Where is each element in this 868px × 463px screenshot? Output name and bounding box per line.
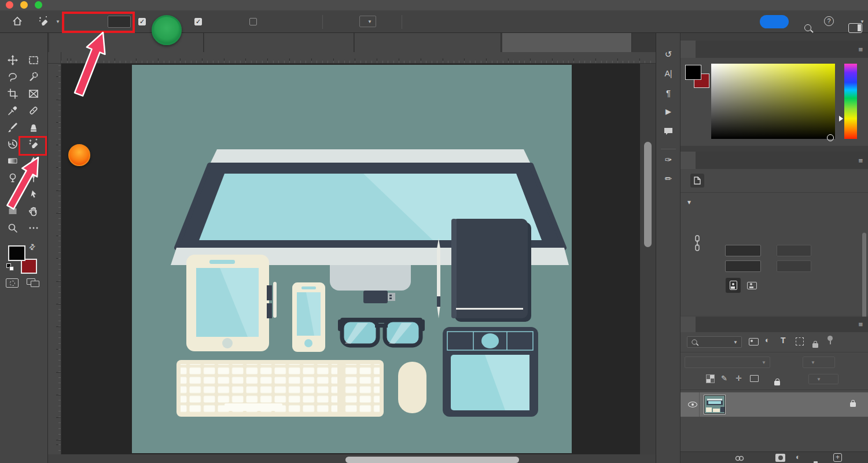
canvas-section-chevron-icon[interactable]: ▼ [686, 199, 692, 205]
edit-toolbar-icon[interactable] [25, 220, 42, 236]
magic-eraser-tool-preset-icon[interactable] [37, 16, 50, 30]
help-icon[interactable]: ? [824, 16, 834, 26]
character-panel-icon[interactable]: A| [656, 69, 681, 78]
fill-dropdown[interactable]: ▼ [808, 374, 838, 384]
quick-selection-tool[interactable] [25, 69, 42, 84]
minimize-window-button[interactable] [20, 1, 28, 9]
canvas-x-input[interactable] [777, 245, 811, 256]
lasso-tool[interactable] [5, 69, 21, 84]
document-tab[interactable] [204, 33, 354, 52]
filter-smart-objects-icon[interactable] [812, 343, 818, 348]
layer-visibility-icon[interactable] [688, 402, 697, 407]
orientation-portrait-button[interactable] [726, 278, 741, 293]
canvas-width-input[interactable] [725, 245, 761, 256]
layers-panel-footer: ◐ + [681, 451, 868, 463]
brush-tool[interactable] [5, 119, 21, 135]
link-dimensions-icon[interactable] [694, 234, 701, 254]
clone-stamp-tool[interactable] [25, 119, 42, 135]
crop-tool[interactable] [5, 86, 21, 101]
panel-menu-icon[interactable]: ≡ [858, 41, 868, 58]
layer-lock-icon[interactable] [850, 402, 856, 407]
add-mask-icon[interactable] [775, 454, 785, 462]
tab-swatches[interactable] [696, 41, 711, 58]
tab-libraries[interactable] [711, 152, 726, 169]
history-panel-icon[interactable]: ↺ [656, 49, 681, 60]
blend-mode-dropdown[interactable]: ▼ [685, 357, 770, 368]
rectangular-marquee-tool[interactable] [25, 52, 42, 68]
annotation-arrow-to-eraser [5, 154, 45, 212]
canvas-height-input[interactable] [725, 260, 761, 272]
paragraph-panel-icon[interactable]: ¶ [656, 88, 681, 98]
brush-settings-panel-icon[interactable]: ✑ [656, 155, 681, 165]
maximize-window-button[interactable] [35, 1, 42, 9]
annotation-arrow-to-tolerance [62, 30, 115, 105]
hue-slider[interactable] [844, 64, 857, 139]
vertical-scrollbar-thumb[interactable] [644, 142, 652, 247]
close-window-button[interactable] [6, 1, 13, 9]
actions-panel-icon[interactable]: ▶ [656, 107, 681, 116]
foreground-color-swatch[interactable] [685, 65, 701, 80]
healing-brush-tool[interactable] [25, 102, 42, 118]
eyedropper-tool[interactable] [5, 102, 21, 118]
adjustment-layer-icon[interactable]: ◐ [796, 453, 800, 461]
filter-pin-icon[interactable] [827, 336, 833, 344]
layer-filter-dropdown[interactable]: ▼ [687, 336, 742, 348]
document-tab-active[interactable] [502, 33, 632, 52]
filter-shape-layers-icon[interactable] [796, 337, 804, 346]
foreground-color-swatch[interactable] [8, 245, 25, 261]
lock-transparency-icon[interactable] [706, 374, 715, 383]
swap-colors-icon[interactable]: ⇄ [27, 241, 37, 252]
tab-patterns[interactable] [726, 41, 741, 58]
new-layer-icon[interactable]: + [833, 453, 842, 462]
sample-all-layers-checkbox[interactable]: ✓ [249, 18, 257, 25]
canvas-y-input[interactable] [777, 260, 811, 272]
workspace-switcher-icon[interactable] [848, 23, 862, 33]
layers-panel-body: ▼ ◐ T ▼ ▼ ✎ ✛ ▼ [681, 332, 868, 463]
filter-adjustment-layers-icon[interactable]: ◐ [765, 336, 770, 344]
tab-gradients[interactable] [711, 41, 726, 58]
panel-menu-icon[interactable]: ≡ [858, 317, 868, 332]
lock-artboard-icon[interactable] [750, 375, 759, 382]
brushes-panel-icon[interactable]: ✏ [656, 174, 681, 184]
comments-panel-icon[interactable] [656, 127, 681, 136]
share-button[interactable] [760, 15, 789, 28]
hue-slider-marker[interactable] [839, 116, 843, 122]
lock-position-icon[interactable]: ✛ [735, 374, 742, 383]
opacity-dropdown[interactable]: ▼ [359, 16, 376, 27]
frame-tool[interactable] [25, 86, 42, 101]
panel-dock: ≡ ≡ ▼ [680, 33, 868, 463]
zoom-tool[interactable] [5, 220, 21, 236]
layer-thumbnail[interactable] [704, 395, 725, 414]
lock-paint-icon[interactable]: ✎ [721, 374, 727, 383]
color-field[interactable] [711, 64, 835, 139]
link-layers-icon[interactable] [734, 454, 745, 463]
document-tab[interactable] [355, 33, 501, 52]
home-icon[interactable] [12, 16, 23, 30]
layer-opacity-dropdown[interactable]: ▼ [803, 357, 835, 368]
default-colors-icon[interactable] [6, 263, 14, 271]
panel-menu-icon[interactable]: ≡ [858, 152, 868, 169]
filter-image-layers-icon[interactable] [749, 338, 759, 346]
tab-properties[interactable] [681, 152, 696, 169]
tab-channels[interactable] [696, 317, 711, 332]
tool-preset-dropdown-icon[interactable]: ▼ [56, 19, 60, 24]
filter-type-layers-icon[interactable]: T [781, 336, 786, 345]
anti-alias-checkbox[interactable]: ✓ [138, 18, 146, 25]
tab-layers[interactable] [681, 317, 696, 332]
screen-mode-icon[interactable] [27, 278, 39, 287]
orientation-landscape-button[interactable] [744, 278, 759, 293]
move-tool[interactable] [5, 52, 21, 68]
layer-row-background[interactable] [681, 392, 868, 417]
workspace-chevron-icon[interactable]: ▼ [860, 19, 865, 24]
contiguous-checkbox[interactable]: ✓ [194, 18, 202, 25]
tab-adjustments[interactable] [696, 152, 711, 169]
quick-mask-icon[interactable] [6, 278, 19, 288]
tab-paths[interactable] [711, 317, 726, 332]
color-panel-body [681, 58, 868, 146]
tab-color[interactable] [681, 41, 696, 58]
canvas-image[interactable] [132, 65, 572, 453]
lock-all-icon[interactable] [774, 381, 780, 385]
step-badge-01 [68, 144, 90, 166]
horizontal-scrollbar-thumb[interactable] [345, 457, 519, 463]
search-icon[interactable] [804, 24, 811, 31]
